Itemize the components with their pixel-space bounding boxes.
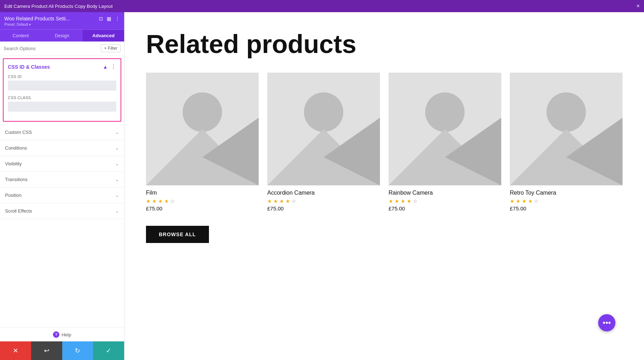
- cancel-button[interactable]: ✕: [0, 341, 31, 360]
- save-button[interactable]: ✓: [93, 341, 124, 360]
- product-image-0: [146, 73, 259, 185]
- accordion-visibility: Visibility ⌄: [0, 156, 124, 172]
- svg-point-1: [182, 92, 222, 132]
- browse-all-button[interactable]: BROWSE ALL: [146, 226, 209, 243]
- product-stars-0: ★ ★ ★ ★ ☆: [146, 198, 259, 204]
- help-label: Help: [62, 332, 71, 337]
- redo-button[interactable]: ↻: [62, 341, 93, 360]
- bottom-toolbar: ✕ ↩ ↻ ✓: [0, 341, 124, 360]
- transitions-chevron: ⌄: [115, 177, 119, 182]
- product-card: Retro Toy Camera ★ ★ ★ ★ ☆ £75.00: [510, 73, 623, 211]
- grid-icon[interactable]: ▦: [107, 16, 111, 21]
- tab-content[interactable]: Content: [0, 30, 42, 42]
- section-header-icons: ▲ ⋮: [103, 63, 116, 70]
- accordion-conditions: Conditions ⌄: [0, 140, 124, 156]
- product-image-3: [510, 73, 623, 185]
- product-name-2: Rainbow Camera: [389, 190, 501, 196]
- product-stars-3: ★ ★ ★ ★ ☆: [510, 198, 623, 204]
- css-id-label: CSS ID: [8, 74, 116, 79]
- position-chevron: ⌄: [115, 193, 119, 198]
- page-heading: Related products: [146, 30, 623, 58]
- css-id-input[interactable]: [8, 81, 116, 91]
- scroll-effects-header[interactable]: Scroll Effects ⌄: [0, 203, 124, 219]
- product-name-3: Retro Toy Camera: [510, 190, 623, 196]
- css-class-field-group: CSS Class: [8, 96, 116, 112]
- fab-icon: •••: [602, 318, 611, 327]
- tabs-row: Content Design Advanced: [0, 29, 124, 42]
- widget-title: Woo Related Products Setti...: [4, 16, 70, 21]
- collapse-icon[interactable]: ▲: [103, 64, 108, 70]
- accordion-custom-css: Custom CSS ⌄: [0, 125, 124, 140]
- help-icon: ?: [53, 331, 59, 338]
- svg-point-5: [304, 92, 343, 132]
- accordion-transitions: Transitions ⌄: [0, 172, 124, 188]
- section-more-icon[interactable]: ⋮: [111, 63, 116, 70]
- help-button[interactable]: ? Help: [53, 331, 71, 338]
- title-bar-text: Edit Camera Product All Products Copy Bo…: [4, 4, 113, 9]
- svg-point-13: [546, 92, 586, 132]
- conditions-header[interactable]: Conditions ⌄: [0, 140, 124, 156]
- transitions-title: Transitions: [5, 177, 28, 182]
- visibility-title: Visibility: [5, 161, 22, 166]
- conditions-chevron: ⌄: [115, 145, 119, 151]
- product-image-2: [389, 73, 501, 185]
- visibility-header[interactable]: Visibility ⌄: [0, 156, 124, 171]
- scroll-effects-title: Scroll Effects: [5, 208, 32, 214]
- custom-css-title: Custom CSS: [5, 130, 32, 135]
- tab-advanced[interactable]: Advanced: [83, 30, 124, 42]
- product-price-2: £75.00: [389, 205, 501, 211]
- title-bar: Edit Camera Product All Products Copy Bo…: [0, 0, 644, 12]
- title-bar-close-button[interactable]: ×: [636, 3, 640, 9]
- main-layout: Woo Related Products Setti... ⊡ ▦ ⋮ Pres…: [0, 12, 644, 360]
- content-area: Related products Film ★ ★ ★ ★: [125, 12, 644, 360]
- search-input[interactable]: [4, 46, 98, 51]
- css-id-classes-section: CSS ID & Classes ▲ ⋮ CSS ID CSS Class: [3, 58, 121, 122]
- position-title: Position: [5, 193, 21, 198]
- sidebar: Woo Related Products Setti... ⊡ ▦ ⋮ Pres…: [0, 12, 125, 360]
- accordion-position: Position ⌄: [0, 188, 124, 203]
- visibility-chevron: ⌄: [115, 161, 119, 166]
- accordion-scroll-effects: Scroll Effects ⌄: [0, 203, 124, 219]
- custom-css-header[interactable]: Custom CSS ⌄: [0, 125, 124, 140]
- fab-button[interactable]: •••: [598, 314, 615, 331]
- conditions-title: Conditions: [5, 145, 27, 151]
- preset-label[interactable]: Preset: Default ▾: [4, 22, 120, 26]
- product-image-1: [267, 73, 380, 185]
- product-card: Rainbow Camera ★ ★ ★ ★ ☆ £75.00: [389, 73, 501, 211]
- undo-button[interactable]: ↩: [31, 341, 62, 360]
- scroll-effects-chevron: ⌄: [115, 208, 119, 214]
- product-card: Film ★ ★ ★ ★ ☆ £75.00: [146, 73, 259, 211]
- product-stars-1: ★ ★ ★ ★ ☆: [267, 198, 380, 204]
- svg-point-9: [425, 92, 464, 132]
- product-name-0: Film: [146, 190, 259, 196]
- css-section-header: CSS ID & Classes ▲ ⋮: [8, 63, 116, 70]
- filter-button[interactable]: + Filter: [101, 44, 121, 52]
- sidebar-footer: ? Help: [0, 327, 124, 341]
- sidebar-content: CSS ID & Classes ▲ ⋮ CSS ID CSS Class: [0, 55, 124, 327]
- more-icon[interactable]: ⋮: [115, 16, 120, 21]
- product-price-0: £75.00: [146, 205, 259, 211]
- css-class-input[interactable]: [8, 102, 116, 112]
- product-price-3: £75.00: [510, 205, 623, 211]
- products-grid: Film ★ ★ ★ ★ ☆ £75.00: [146, 73, 623, 211]
- product-price-1: £75.00: [267, 205, 380, 211]
- sidebar-header-top: Woo Related Products Setti... ⊡ ▦ ⋮: [4, 16, 120, 21]
- product-stars-2: ★ ★ ★ ★ ☆: [389, 198, 501, 204]
- css-id-field-group: CSS ID: [8, 74, 116, 91]
- settings-icon[interactable]: ⊡: [99, 16, 103, 21]
- position-header[interactable]: Position ⌄: [0, 188, 124, 203]
- product-name-1: Accordion Camera: [267, 190, 380, 196]
- tab-design[interactable]: Design: [42, 30, 83, 42]
- sidebar-header: Woo Related Products Setti... ⊡ ▦ ⋮ Pres…: [0, 12, 124, 29]
- css-section-title: CSS ID & Classes: [8, 64, 50, 70]
- custom-css-chevron: ⌄: [115, 130, 119, 135]
- transitions-header[interactable]: Transitions ⌄: [0, 172, 124, 187]
- css-class-label: CSS Class: [8, 96, 116, 100]
- search-row: + Filter: [0, 42, 124, 55]
- product-card: Accordion Camera ★ ★ ★ ★ ☆ £75.00: [267, 73, 380, 211]
- header-icons: ⊡ ▦ ⋮: [99, 16, 120, 21]
